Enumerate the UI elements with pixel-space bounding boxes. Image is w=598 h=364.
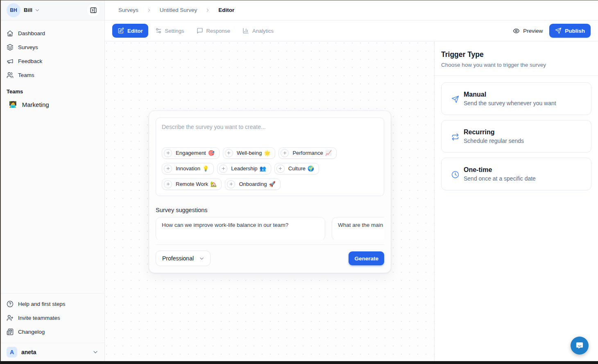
- preview-label: Preview: [523, 28, 543, 34]
- trigger-option-description: Send once at a specific date: [464, 175, 536, 182]
- breadcrumb: Surveys Untitled Survey Editor: [105, 0, 598, 20]
- topic-chip-engagement[interactable]: Engagement 🎯: [162, 147, 220, 159]
- sidebar-footer-item-invite-teammates[interactable]: Invite teammates: [3, 311, 101, 325]
- topic-chip-label: Remote Work: [176, 181, 208, 187]
- topic-chip-performance[interactable]: Performance 📈: [279, 147, 337, 159]
- toolbar-tab-settings[interactable]: Settings: [150, 24, 190, 38]
- trigger-option-recurring[interactable]: Recurring Schedule regular sends: [441, 120, 591, 153]
- newspaper-icon: [7, 328, 14, 335]
- users-icon: [7, 72, 14, 79]
- account-menu[interactable]: A aneta: [0, 343, 104, 361]
- trigger-option-manual[interactable]: Manual Send the survey whenever you want: [441, 82, 591, 115]
- breadcrumb-item-surveys: Surveys: [118, 7, 160, 13]
- sidebar-section-teams: Teams: [0, 82, 104, 96]
- topic-chip-emoji: 🌟: [264, 150, 270, 156]
- trigger-option-one-time[interactable]: One-time Send once at a specific date: [441, 158, 591, 190]
- pen-square-icon: [118, 27, 124, 34]
- sidebar-footer-item-help-and-first[interactable]: Help and first steps: [3, 297, 101, 311]
- sidebar-nav: Dashboard Surveys Feedback Teams: [0, 20, 104, 82]
- suggestion-text: What are the main obstacles in our workf…: [338, 222, 384, 228]
- plus-icon: [164, 180, 172, 188]
- breadcrumb-label[interactable]: Untitled Survey: [160, 7, 197, 13]
- chat-launcher-button[interactable]: [571, 337, 589, 355]
- publish-button[interactable]: Publish: [549, 24, 591, 38]
- topic-chip-label: Onboarding: [239, 181, 267, 187]
- topic-chip-remote-work[interactable]: Remote Work 🏡: [162, 179, 222, 190]
- plus-icon: [276, 165, 285, 173]
- toolbar-tab-editor[interactable]: Editor: [112, 24, 148, 38]
- toolbar-tab-label: Editor: [127, 28, 143, 34]
- suggestion-card-how-can-we[interactable]: How can we improve work-life balance in …: [156, 217, 325, 240]
- breadcrumb-label[interactable]: Editor: [218, 7, 234, 13]
- survey-prompt-input[interactable]: Describe the survey you want to create..…: [156, 118, 384, 196]
- topic-chips: Engagement 🎯 Well-being 🌟: [162, 147, 378, 190]
- window-frame-top: [0, 0, 598, 0]
- chevron-right-icon: [146, 7, 152, 13]
- sidebar-teams-list: 🧑‍💻 Marketing: [0, 96, 104, 113]
- megaphone-icon: [7, 58, 14, 65]
- chevron-right-icon: [205, 7, 211, 13]
- layers-icon: [7, 44, 14, 51]
- generate-button[interactable]: Generate: [349, 251, 384, 265]
- suggestions-row: How can we improve work-life balance in …: [156, 217, 384, 240]
- app-root: BH Bill Dashboard Surveys: [0, 0, 598, 361]
- breadcrumb-label[interactable]: Surveys: [118, 7, 138, 13]
- sidebar-item-label: Surveys: [18, 44, 38, 50]
- trigger-option-title: Recurring: [464, 129, 524, 136]
- topic-chip-innovation[interactable]: Innovation 💡: [162, 163, 214, 174]
- user-plus-icon: [7, 314, 14, 321]
- sidebar: BH Bill Dashboard Surveys: [0, 0, 105, 361]
- chat-bubble-icon: [575, 341, 584, 350]
- help-circle-icon: [7, 301, 14, 307]
- plus-icon: [281, 149, 289, 157]
- topic-chip-onboarding[interactable]: Onboarding 🚀: [225, 179, 280, 190]
- clock-icon: [451, 171, 459, 179]
- workspace-switcher[interactable]: BH Bill: [0, 0, 104, 20]
- composer-footer: Professional Generate: [156, 244, 384, 266]
- trigger-option-title: Manual: [464, 91, 556, 98]
- topic-chip-label: Engagement: [176, 150, 206, 156]
- toolbar-tab-response[interactable]: Response: [191, 24, 236, 38]
- topic-chip-culture[interactable]: Culture 🌍: [274, 163, 319, 174]
- plus-icon: [164, 165, 172, 173]
- sidebar-footer-item-label: Help and first steps: [18, 301, 66, 307]
- plus-icon: [227, 180, 235, 188]
- eye-icon: [513, 27, 520, 34]
- chevron-down-icon: [199, 255, 205, 262]
- send-icon: [451, 95, 459, 103]
- suggestion-card-what-are-the[interactable]: What are the main obstacles in our workf…: [332, 217, 384, 240]
- tone-select[interactable]: Professional: [156, 251, 211, 266]
- topic-chip-leadership[interactable]: Leadership 👥: [217, 163, 271, 174]
- breadcrumb-item-editor: Editor: [218, 7, 234, 13]
- trigger-panel-header: Trigger Type Choose how you want to trig…: [435, 41, 598, 76]
- tone-select-value: Professional: [162, 255, 194, 262]
- team-emoji: 🧑‍💻: [9, 101, 17, 108]
- topic-chip-well-being[interactable]: Well-being 🌟: [223, 147, 275, 159]
- preview-button[interactable]: Preview: [513, 27, 543, 34]
- sidebar-footer-item-changelog[interactable]: Changelog: [3, 325, 101, 339]
- bar-chart-icon: [242, 27, 249, 34]
- sliders-icon: [155, 27, 162, 34]
- sidebar-footer-item-label: Changelog: [18, 329, 45, 335]
- suggestion-text: How can we improve work-life balance in …: [162, 222, 319, 228]
- sidebar-team-item-marketing[interactable]: 🧑‍💻 Marketing: [3, 97, 101, 112]
- workspace-name: Bill: [24, 7, 32, 13]
- panel-toggle-icon: [90, 7, 97, 14]
- send-icon: [555, 27, 562, 34]
- topic-chip-emoji: 🏡: [210, 181, 217, 187]
- sidebar-item-teams[interactable]: Teams: [3, 68, 101, 82]
- editor-canvas[interactable]: Describe the survey you want to create..…: [105, 41, 434, 361]
- repeat-icon: [451, 133, 459, 141]
- sidebar-item-surveys[interactable]: Surveys: [3, 40, 101, 54]
- chevron-down-icon: [92, 349, 99, 355]
- sidebar-footer-nav: Help and first steps Invite teammates Ch…: [0, 293, 104, 340]
- sidebar-item-label: Teams: [18, 72, 34, 78]
- sidebar-footer-item-label: Invite teammates: [18, 315, 60, 321]
- account-name: aneta: [21, 349, 36, 355]
- topic-chip-label: Leadership: [231, 165, 257, 172]
- sidebar-item-feedback[interactable]: Feedback: [3, 54, 101, 68]
- sidebar-collapse-button[interactable]: [87, 4, 100, 16]
- sidebar-item-dashboard[interactable]: Dashboard: [3, 26, 101, 40]
- toolbar-tab-analytics[interactable]: Analytics: [237, 24, 279, 38]
- breadcrumb-item-untitled-survey: Untitled Survey: [160, 7, 219, 13]
